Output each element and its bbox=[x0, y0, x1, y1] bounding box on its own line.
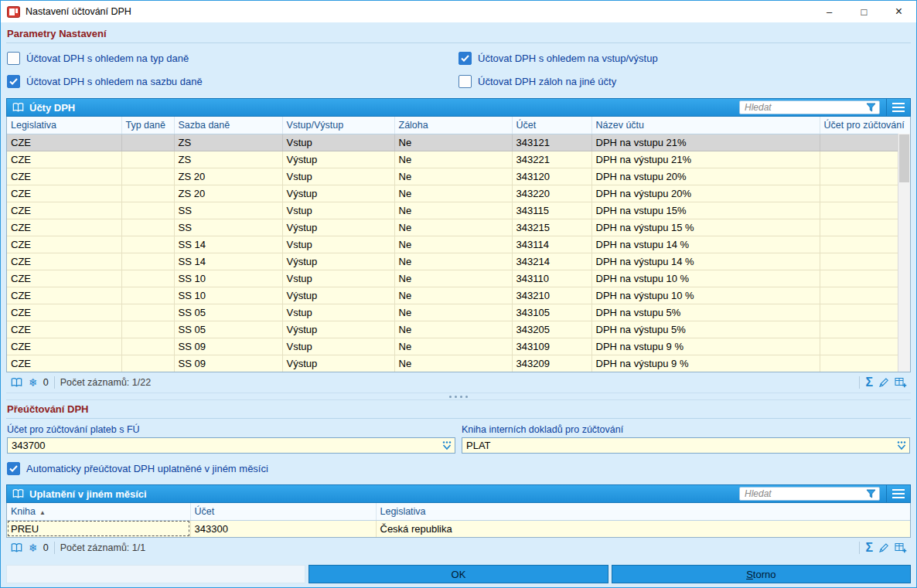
table-row[interactable]: CZEZS 20VýstupNe343220DPH na výstupu 20% bbox=[7, 185, 911, 202]
checkbox-box[interactable] bbox=[458, 52, 472, 65]
table-cell[interactable]: CZE bbox=[7, 304, 121, 321]
vertical-scrollbar[interactable] bbox=[898, 134, 910, 372]
table-cell[interactable]: DPH na výstupu 15 % bbox=[591, 219, 820, 236]
filter-icon[interactable] bbox=[866, 103, 876, 112]
table-cell[interactable]: Výstup bbox=[282, 185, 394, 202]
table-cell[interactable]: Ne bbox=[394, 134, 512, 151]
table-row[interactable]: CZESSVstupNe343115DPH na vstupu 15% bbox=[7, 202, 911, 219]
table-cell[interactable]: Vstup bbox=[282, 270, 394, 287]
filter-icon[interactable] bbox=[866, 489, 876, 498]
table-cell[interactable]: SS bbox=[174, 219, 282, 236]
table-cell[interactable]: Výstup bbox=[282, 355, 394, 372]
table-cell[interactable]: ZS bbox=[174, 134, 282, 151]
table-cell[interactable]: 343105 bbox=[512, 304, 591, 321]
table-cell[interactable] bbox=[121, 270, 174, 287]
table-cell[interactable] bbox=[121, 219, 174, 236]
table-cell[interactable]: SS 09 bbox=[174, 338, 282, 355]
scrollbar-thumb[interactable] bbox=[899, 134, 909, 182]
table-cell[interactable]: Výstup bbox=[282, 287, 394, 304]
table-cell[interactable]: DPH na vstupu 21% bbox=[591, 134, 820, 151]
table-cell[interactable]: Vstup bbox=[282, 338, 394, 355]
table-cell[interactable]: CZE bbox=[7, 185, 121, 202]
table-cell[interactable] bbox=[121, 355, 174, 372]
table-cell[interactable]: DPH na vstupu 10 % bbox=[591, 270, 820, 287]
table-cell[interactable]: Ne bbox=[394, 321, 512, 338]
table-cell[interactable]: Vstup bbox=[282, 304, 394, 321]
other-grid-search[interactable] bbox=[739, 487, 880, 501]
table-cell[interactable]: Ne bbox=[394, 304, 512, 321]
table-cell[interactable]: CZE bbox=[7, 134, 121, 151]
table-row[interactable]: CZESS 10VstupNe343110DPH na vstupu 10 % bbox=[7, 270, 911, 287]
table-cell[interactable] bbox=[121, 134, 174, 151]
table-cell[interactable]: 343300 bbox=[190, 520, 376, 537]
column-header[interactable]: Účet bbox=[512, 117, 591, 134]
table-cell[interactable]: Ne bbox=[394, 270, 512, 287]
table-cell[interactable] bbox=[121, 151, 174, 168]
storno-button[interactable]: Storno bbox=[612, 565, 911, 583]
table-cell[interactable] bbox=[121, 185, 174, 202]
table-cell[interactable]: DPH na vstupu 5% bbox=[591, 304, 820, 321]
vat-grid-menu-button[interactable] bbox=[886, 99, 910, 116]
column-header[interactable]: Vstup/Výstup bbox=[282, 117, 394, 134]
table-cell[interactable]: Ne bbox=[394, 202, 512, 219]
column-header[interactable]: Účet bbox=[190, 503, 376, 520]
table-cell[interactable]: SS 14 bbox=[174, 253, 282, 270]
table-row[interactable]: CZESS 09VstupNe343109DPH na vstupu 9 % bbox=[7, 338, 911, 355]
table-cell[interactable]: 343214 bbox=[512, 253, 591, 270]
table-cell[interactable] bbox=[121, 253, 174, 270]
table-cell[interactable]: 343215 bbox=[512, 219, 591, 236]
table-cell[interactable] bbox=[121, 168, 174, 185]
view-columns-icon[interactable] bbox=[10, 542, 23, 553]
table-row[interactable]: CZESS 09VýstupNe343209DPH na výstupu 9 % bbox=[7, 355, 911, 372]
table-row[interactable]: CZESS 14VstupNe343114DPH na vstupu 14 % bbox=[7, 236, 911, 253]
table-cell[interactable]: DPH na vstupu 14 % bbox=[591, 236, 820, 253]
table-cell[interactable]: Česká republika bbox=[376, 520, 911, 537]
lookup-dropdown-icon[interactable] bbox=[441, 440, 452, 450]
fu-settlement-account-input[interactable] bbox=[12, 440, 441, 451]
table-cell[interactable]: CZE bbox=[7, 219, 121, 236]
table-row[interactable]: CZEZS 20VstupNe343120DPH na vstupu 20% bbox=[7, 168, 911, 185]
vat-grid-search[interactable] bbox=[739, 100, 880, 114]
checkbox-auto-reaccount[interactable]: Automaticky přeúčtovat DPH uplatněné v j… bbox=[7, 462, 910, 475]
table-cell[interactable]: Ne bbox=[394, 219, 512, 236]
table-cell[interactable]: SS 05 bbox=[174, 304, 282, 321]
table-cell[interactable] bbox=[121, 321, 174, 338]
table-cell[interactable]: Ne bbox=[394, 287, 512, 304]
ok-button[interactable]: OK bbox=[309, 565, 608, 583]
table-cell[interactable]: Vstup bbox=[282, 134, 394, 151]
table-cell[interactable] bbox=[121, 338, 174, 355]
table-cell[interactable]: DPH na vstupu 15% bbox=[591, 202, 820, 219]
table-cell[interactable]: DPH na výstupu 14 % bbox=[591, 253, 820, 270]
checkbox-parameter-2[interactable]: Účtovat DPH s ohledem na sazbu daně bbox=[7, 75, 458, 88]
table-cell[interactable]: 343120 bbox=[512, 168, 591, 185]
table-cell[interactable]: 343221 bbox=[512, 151, 591, 168]
table-cell[interactable]: Výstup bbox=[282, 219, 394, 236]
table-cell[interactable]: Ne bbox=[394, 151, 512, 168]
table-cell[interactable]: DPH na výstupu 20% bbox=[591, 185, 820, 202]
checkbox-box[interactable] bbox=[7, 75, 20, 88]
sum-icon[interactable]: Σ bbox=[865, 541, 873, 555]
table-cell[interactable]: 343110 bbox=[512, 270, 591, 287]
table-cell[interactable]: DPH na výstupu 10 % bbox=[591, 287, 820, 304]
snowflake-icon[interactable]: ❄ bbox=[29, 376, 38, 389]
checkbox-parameter-3[interactable]: Účtovat DPH záloh na jiné účty bbox=[458, 75, 910, 88]
splitter-handle[interactable] bbox=[6, 393, 911, 400]
table-cell[interactable]: 343109 bbox=[512, 338, 591, 355]
checkbox-parameter-1[interactable]: Účtovat DPH s ohledem na vstup/výstup bbox=[458, 52, 910, 65]
table-row[interactable]: CZEZSVstupNe343121DPH na vstupu 21% bbox=[7, 134, 911, 151]
table-cell[interactable]: CZE bbox=[7, 270, 121, 287]
table-cell[interactable]: DPH na výstupu 5% bbox=[591, 321, 820, 338]
table-cell[interactable]: Výstup bbox=[282, 253, 394, 270]
table-cell[interactable]: Ne bbox=[394, 185, 512, 202]
table-cell[interactable]: Ne bbox=[394, 253, 512, 270]
checkbox-box[interactable] bbox=[7, 462, 20, 475]
table-row[interactable]: CZESS 10VýstupNe343210DPH na výstupu 10 … bbox=[7, 287, 911, 304]
table-add-icon[interactable] bbox=[895, 377, 907, 388]
minimize-button[interactable]: – bbox=[812, 1, 847, 22]
table-cell[interactable]: 343114 bbox=[512, 236, 591, 253]
table-cell[interactable]: CZE bbox=[7, 168, 121, 185]
table-cell[interactable]: SS 09 bbox=[174, 355, 282, 372]
table-cell[interactable]: 343220 bbox=[512, 185, 591, 202]
table-cell[interactable]: SS bbox=[174, 202, 282, 219]
edit-icon[interactable] bbox=[878, 542, 889, 553]
